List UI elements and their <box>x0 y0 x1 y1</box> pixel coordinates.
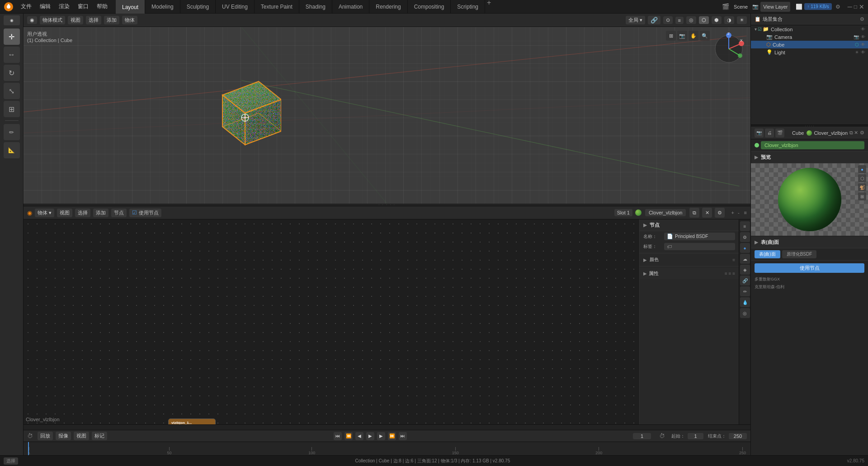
viewport-select-menu[interactable]: 选择 <box>86 16 101 24</box>
node-tag-input[interactable]: 🏷 <box>664 243 735 250</box>
tab-modeling[interactable]: Modeling <box>145 0 180 15</box>
node-zoom-out[interactable]: - <box>738 210 740 215</box>
cursor-tool[interactable]: ✛ <box>4 29 20 45</box>
frame-end-input[interactable]: 250 <box>729 433 747 439</box>
xray-toggle[interactable]: ◎ <box>686 16 696 24</box>
pan-icon[interactable]: ✋ <box>689 31 698 41</box>
node-right-icon-6[interactable]: 🔗 <box>740 276 750 285</box>
add-workspace-button[interactable]: + <box>485 0 493 15</box>
render-preview-mode[interactable]: ☀ <box>737 16 747 24</box>
outliner-light[interactable]: ▶ 💡 Light ☀ 👁 <box>751 48 868 56</box>
viewport-mode-icon[interactable]: ◉ <box>27 16 37 24</box>
prop-icon-render[interactable]: 📷 <box>755 128 764 138</box>
node-texture-1[interactable]: vlzlbjon_1... vlzlbjon...▾ Image Color <box>168 418 216 424</box>
menu-window[interactable]: 窗口 <box>74 2 92 11</box>
select-mode-label[interactable]: 选择 <box>4 457 18 465</box>
node-right-icon-7[interactable]: ✏ <box>740 286 750 296</box>
outliner-camera[interactable]: ▶ 📷 Camera 📷 👁 <box>751 33 868 41</box>
current-frame-input[interactable]: 1 <box>633 433 651 439</box>
tab-scripting[interactable]: Scripting <box>451 0 485 15</box>
window-maximize[interactable]: □ <box>854 4 857 10</box>
outliner-filter-icon[interactable]: ⚙ <box>860 16 864 22</box>
menu-file[interactable]: 文件 <box>17 2 35 11</box>
tab-texture-paint[interactable]: Texture Paint <box>255 0 299 15</box>
global-dropdown[interactable]: 全局 ▾ <box>626 16 645 24</box>
proportional-edit[interactable]: ⊙ <box>663 16 673 24</box>
fullscreen-icon[interactable]: ⬜ <box>796 4 802 10</box>
node-attr-section[interactable]: ▶ 属性 ≡ ≡ ≡ <box>640 268 739 279</box>
timeline-markers-menu[interactable]: 视图 <box>74 432 89 440</box>
preview-section-toggle[interactable]: ▶ 预览 <box>751 152 868 163</box>
preview-cube-mode[interactable]: ⬡ <box>858 174 866 182</box>
node-zoom-in[interactable]: + <box>731 210 734 215</box>
play-prev-btn[interactable]: ⏪ <box>344 432 353 440</box>
move-tool[interactable]: ↔ <box>4 47 20 63</box>
menu-render[interactable]: 渲染 <box>55 2 73 11</box>
solid-mode[interactable]: ⬢ <box>712 16 722 24</box>
play-next-btn[interactable]: ⏩ <box>388 432 396 440</box>
node-name-input[interactable]: 📄 Principled BSDF <box>664 233 735 240</box>
material-name-field[interactable]: Clover_vlzlbjon <box>645 209 686 216</box>
material-fake-user[interactable]: ✕ <box>702 208 712 218</box>
node-right-icon-8[interactable]: 💧 <box>740 297 750 307</box>
measure-tool[interactable]: 📐 <box>4 142 20 158</box>
tab-compositing[interactable]: Compositing <box>408 0 451 15</box>
frame-start-input[interactable]: 1 <box>688 433 703 439</box>
tab-rendering[interactable]: Rendering <box>369 0 407 15</box>
tab-shading[interactable]: Shading <box>299 0 332 15</box>
wireframe-mode[interactable]: ⬡ <box>699 16 709 24</box>
viewport-add-menu[interactable]: 添加 <box>104 16 119 24</box>
overlay-toggle[interactable]: ≡ <box>675 17 684 24</box>
props-filter-icon[interactable]: ⚙ <box>860 130 864 136</box>
camera-eye-icon[interactable]: 👁 <box>861 34 865 39</box>
use-nodes-button[interactable]: 使用节点 <box>755 263 864 273</box>
camera-view-icon[interactable]: 📷 <box>677 31 687 41</box>
prop-icon-output[interactable]: 🖨 <box>765 128 774 138</box>
rotate-tool[interactable]: ↻ <box>4 65 20 81</box>
prop-icon-scene[interactable]: 🎬 <box>775 128 784 138</box>
play-button[interactable]: ▶ <box>366 432 374 440</box>
node-add-menu[interactable]: 添加 <box>93 209 108 217</box>
timeline-view-menu[interactable]: 报像 <box>56 432 71 440</box>
light-eye-icon[interactable]: 👁 <box>861 50 865 55</box>
timeline-marks-menu[interactable]: 标记 <box>92 432 107 440</box>
scale-tool[interactable]: ⤡ <box>4 83 20 99</box>
node-right-icon-5[interactable]: ◈ <box>740 265 750 275</box>
play-prev-frame[interactable]: ◀ <box>355 432 363 440</box>
surface-section-toggle[interactable]: ▶ 表(曲)面 <box>751 237 868 248</box>
outliner-collection[interactable]: ▾ ☑ 📁 Collection 👁 <box>751 25 868 33</box>
zoom-icon[interactable]: 🔍 <box>700 31 710 41</box>
object-mode-dropdown[interactable]: 物体模式 <box>40 16 65 24</box>
material-active-input[interactable]: Clover_vlzlbjon <box>761 141 864 149</box>
principled-bsdf-tab[interactable]: 原理化BSDF <box>782 250 817 258</box>
use-nodes-toggle[interactable]: ☑ 使用节点 <box>129 209 161 217</box>
node-layout-settings[interactable]: ≡ <box>744 210 747 215</box>
annotate-tool[interactable]: ✏ <box>4 124 20 140</box>
node-right-icon-2[interactable]: ⚙ <box>740 232 750 242</box>
camera-restrict-render[interactable]: 📷 <box>854 34 859 39</box>
slot-dropdown[interactable]: Slot 1 <box>614 209 632 216</box>
node-canvas[interactable]: vlzlbjon_1... vlzlbjon...▾ Image Color <box>24 219 639 424</box>
timeline-content[interactable]: 1 50 100 150 200 250 <box>24 442 750 455</box>
nodes-section-toggle[interactable]: ▶ 节点 <box>640 219 739 231</box>
surface-tab[interactable]: 表(曲)面 <box>755 250 780 258</box>
viewport-3d[interactable]: 用户透视 (1) Collection | Cube <box>24 27 750 204</box>
snap-toggle[interactable]: 🔗 <box>648 16 660 24</box>
preview-monkey-mode[interactable]: 🐒 <box>858 183 866 191</box>
window-minimize[interactable]: ─ <box>848 3 852 10</box>
node-horizontal-scroll[interactable] <box>24 424 750 430</box>
timeline-playback-menu[interactable]: 回放 <box>38 432 53 440</box>
preview-sphere-mode[interactable]: ● <box>858 165 866 173</box>
play-end-btn[interactable]: ⏭ <box>399 432 407 440</box>
ortho-icon[interactable]: ⊞ <box>666 31 676 41</box>
color-section-arrow[interactable]: ▶ <box>643 257 647 262</box>
props-copy-icon[interactable]: ⧉ <box>849 130 853 136</box>
tab-animation[interactable]: Animation <box>332 0 369 15</box>
viewport-view-menu[interactable]: 视图 <box>68 16 83 24</box>
transform-tool[interactable]: ⊞ <box>4 101 20 117</box>
menu-help[interactable]: 帮助 <box>93 2 111 11</box>
tab-uv-editing[interactable]: UV Editing <box>216 0 255 15</box>
props-close-icon[interactable]: ✕ <box>854 130 858 136</box>
node-view-menu[interactable]: 视图 <box>57 209 72 217</box>
color-expand[interactable]: ≡ <box>732 257 735 262</box>
